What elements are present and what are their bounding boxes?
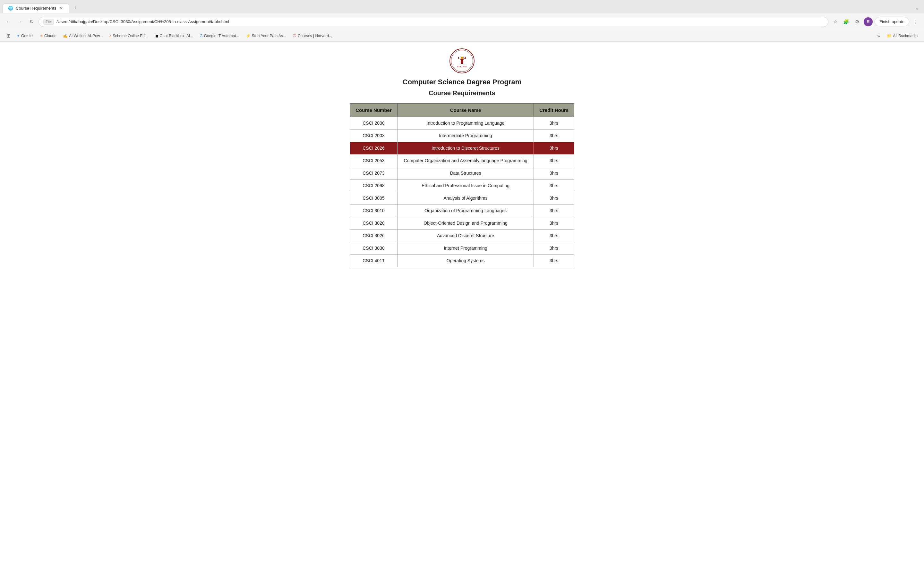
bookmarks-folder-button[interactable]: 📁 All Bookmarks bbox=[884, 32, 920, 39]
table-row: CSCI 2098Ethical and Professional Issue … bbox=[350, 179, 574, 192]
table-row: CSCI 3005Analysis of Algorithms3hrs bbox=[350, 192, 574, 205]
reload-button[interactable]: ↻ bbox=[27, 17, 36, 26]
university-logo: ULM EST. 1931 bbox=[449, 48, 475, 74]
course-name: Organization of Programming Languages bbox=[397, 205, 533, 217]
new-tab-button[interactable]: + bbox=[71, 3, 79, 13]
bookmark-harvard[interactable]: 🛡 Courses | Harvard... bbox=[290, 32, 334, 39]
table-row: CSCI 3020Object-Oriented Design and Prog… bbox=[350, 217, 574, 229]
tab-title: Course Requirements bbox=[16, 6, 56, 11]
credit-hours: 3hrs bbox=[534, 255, 574, 267]
col-header-number: Course Number bbox=[350, 103, 397, 117]
bookmark-star-button[interactable]: ☆ bbox=[831, 17, 840, 26]
table-row: CSCI 2003Intermediate Programming3hrs bbox=[350, 129, 574, 142]
course-name: Data Structures bbox=[397, 167, 533, 179]
course-name: Analysis of Algorithms bbox=[397, 192, 533, 205]
finish-update-button[interactable]: Finish update bbox=[875, 17, 909, 26]
bookmark-ai-writing[interactable]: ✍ AI Writing: AI-Pow... bbox=[60, 32, 105, 39]
table-row: CSCI 2026Introduction to Disceret Struct… bbox=[350, 142, 574, 155]
address-bar: ← → ↻ File /Users/ritikabajgain/Desktop/… bbox=[0, 13, 924, 30]
url-scheme: File bbox=[43, 19, 54, 25]
profile-menu-button[interactable]: ⚙ bbox=[853, 17, 862, 26]
credit-hours: 3hrs bbox=[534, 192, 574, 205]
course-number: CSCI 2053 bbox=[350, 155, 397, 167]
bookmark-start-path[interactable]: ⚡ Start Your Path As... bbox=[243, 32, 289, 39]
course-name: Introduction to Programming Language bbox=[397, 117, 533, 129]
course-table: Course Number Course Name Credit Hours C… bbox=[350, 103, 574, 267]
course-name: Internet Programming bbox=[397, 242, 533, 255]
table-row: CSCI 3026Advanced Disceret Structure3hrs bbox=[350, 229, 574, 242]
credit-hours: 3hrs bbox=[534, 142, 574, 155]
finish-update-label: Finish update bbox=[879, 19, 905, 24]
course-number: CSCI 2000 bbox=[350, 117, 397, 129]
course-number: CSCI 3005 bbox=[350, 192, 397, 205]
page-subtitle: Course Requirements bbox=[429, 89, 495, 97]
course-name: Intermediate Programming bbox=[397, 129, 533, 142]
credit-hours: 3hrs bbox=[534, 205, 574, 217]
course-number: CSCI 2073 bbox=[350, 167, 397, 179]
bookmark-google-it[interactable]: G Google IT Automat... bbox=[197, 32, 242, 39]
page-content: ULM EST. 1931 Computer Science Degree Pr… bbox=[0, 42, 924, 577]
credit-hours: 3hrs bbox=[534, 179, 574, 192]
course-number: CSCI 3026 bbox=[350, 229, 397, 242]
course-name: Ethical and Professional Issue in Comput… bbox=[397, 179, 533, 192]
credit-hours: 3hrs bbox=[534, 129, 574, 142]
table-row: CSCI 3030Internet Programming3hrs bbox=[350, 242, 574, 255]
page-title: Computer Science Degree Program bbox=[403, 78, 521, 86]
course-number: CSCI 3020 bbox=[350, 217, 397, 229]
tab-bar: 🌐 Course Requirements ✕ + ⌄ bbox=[0, 0, 924, 13]
address-icons: ☆ 🧩 ⚙ R Finish update ⋮ bbox=[831, 17, 920, 26]
tab-menu-button[interactable]: ⌄ bbox=[913, 3, 921, 13]
credit-hours: 3hrs bbox=[534, 167, 574, 179]
course-number: CSCI 2003 bbox=[350, 129, 397, 142]
bookmark-claude[interactable]: ✳ Claude bbox=[37, 32, 59, 39]
url-bar[interactable]: File /Users/ritikabajgain/Desktop/CSCI-3… bbox=[39, 17, 829, 27]
course-name: Operating Systems bbox=[397, 255, 533, 267]
credit-hours: 3hrs bbox=[534, 242, 574, 255]
course-name: Introduction to Disceret Structures bbox=[397, 142, 533, 155]
active-tab[interactable]: 🌐 Course Requirements ✕ bbox=[3, 3, 69, 13]
back-button[interactable]: ← bbox=[4, 17, 13, 26]
table-row: CSCI 3010Organization of Programming Lan… bbox=[350, 205, 574, 217]
col-header-credits: Credit Hours bbox=[534, 103, 574, 117]
apps-button[interactable]: ⊞ bbox=[4, 31, 13, 40]
browser-menu-button[interactable]: ⋮ bbox=[911, 17, 920, 26]
course-number: CSCI 2026 bbox=[350, 142, 397, 155]
browser-frame: 🌐 Course Requirements ✕ + ⌄ ← → ↻ File /… bbox=[0, 0, 924, 577]
course-name: Computer Organization and Assembly langu… bbox=[397, 155, 533, 167]
profile-avatar[interactable]: R bbox=[864, 17, 873, 26]
course-name: Object-Oriented Design and Programming bbox=[397, 217, 533, 229]
course-name: Advanced Disceret Structure bbox=[397, 229, 533, 242]
extension-puzzle-button[interactable]: 🧩 bbox=[842, 17, 851, 26]
course-number: CSCI 4011 bbox=[350, 255, 397, 267]
bookmark-gemini[interactable]: ✦ Gemini bbox=[14, 32, 36, 39]
bookmarks-bar: ⊞ ✦ Gemini ✳ Claude ✍ AI Writing: AI-Pow… bbox=[0, 30, 924, 42]
svg-text:EST. 1931: EST. 1931 bbox=[457, 65, 467, 68]
credit-hours: 3hrs bbox=[534, 229, 574, 242]
tab-favicon: 🌐 bbox=[8, 6, 13, 11]
bookmark-blackbox[interactable]: ◼ Chat Blackbox: AI... bbox=[153, 32, 196, 39]
credit-hours: 3hrs bbox=[534, 155, 574, 167]
url-text: /Users/ritikabajgain/Desktop/CSCI-3030/A… bbox=[57, 19, 229, 24]
table-row: CSCI 2000Introduction to Programming Lan… bbox=[350, 117, 574, 129]
course-number: CSCI 3010 bbox=[350, 205, 397, 217]
table-row: CSCI 2053Computer Organization and Assem… bbox=[350, 155, 574, 167]
university-logo-container: ULM EST. 1931 bbox=[449, 48, 475, 75]
tab-close-button[interactable]: ✕ bbox=[59, 6, 64, 11]
table-row: CSCI 4011Operating Systems3hrs bbox=[350, 255, 574, 267]
credit-hours: 3hrs bbox=[534, 117, 574, 129]
col-header-name: Course Name bbox=[397, 103, 533, 117]
course-number: CSCI 3030 bbox=[350, 242, 397, 255]
forward-button[interactable]: → bbox=[15, 17, 24, 26]
bookmark-scheme[interactable]: λ Scheme Online Edi... bbox=[107, 32, 152, 39]
bookmarks-more-button[interactable]: » bbox=[874, 31, 883, 40]
bookmarks-folder-label: All Bookmarks bbox=[893, 34, 918, 38]
course-number: CSCI 2098 bbox=[350, 179, 397, 192]
table-row: CSCI 2073Data Structures3hrs bbox=[350, 167, 574, 179]
credit-hours: 3hrs bbox=[534, 217, 574, 229]
